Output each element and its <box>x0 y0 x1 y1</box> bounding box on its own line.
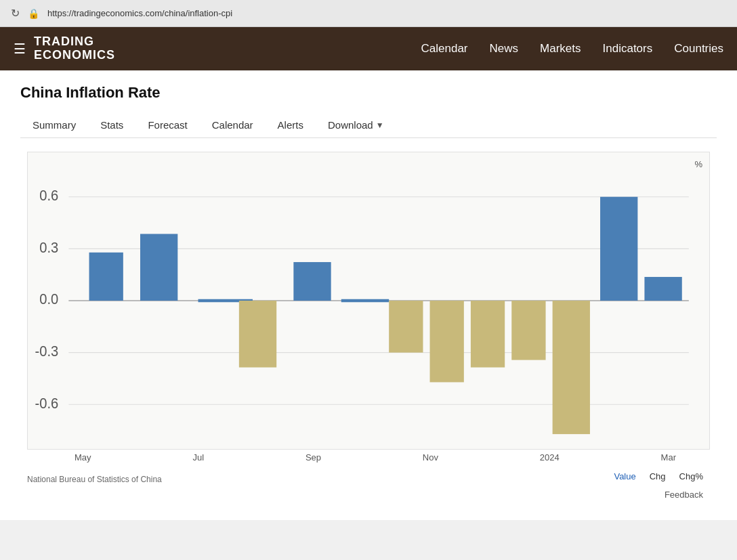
svg-rect-19 <box>471 301 505 368</box>
svg-rect-20 <box>511 301 545 360</box>
reload-icon[interactable]: ↻ <box>11 7 20 20</box>
nav-markets[interactable]: Markets <box>540 42 581 56</box>
svg-rect-22 <box>600 197 637 301</box>
tab-download[interactable]: Download ▼ <box>316 112 396 137</box>
svg-text:0.6: 0.6 <box>39 187 58 203</box>
nav-news[interactable]: News <box>490 42 519 56</box>
chart-footer: National Bureau of Statistics of China V… <box>27 468 710 484</box>
tab-alerts[interactable]: Alerts <box>266 112 316 137</box>
nav-logo: TRADING ECONOMICS <box>34 35 115 62</box>
nav-logo-trading: TRADING <box>34 35 115 49</box>
browser-bar: ↻ 🔒 https://tradingeconomics.com/china/i… <box>0 0 737 27</box>
chart-x-labels: May Jul Sep Nov 2024 Mar <box>27 450 710 462</box>
chart-container: % 0.6 0.3 0.0 -0.3 -0.6 <box>20 138 717 507</box>
nav-logo-area: ☰ TRADING ECONOMICS <box>14 35 115 62</box>
svg-rect-11 <box>89 253 123 301</box>
svg-rect-23 <box>644 277 681 301</box>
nav-calendar[interactable]: Calendar <box>421 42 468 56</box>
tab-calendar[interactable]: Calendar <box>200 112 266 137</box>
chart-y-unit: % <box>694 159 702 169</box>
x-label-may: May <box>75 452 91 462</box>
chart-source: National Bureau of Statistics of China <box>27 475 162 484</box>
svg-rect-17 <box>389 301 423 353</box>
navbar: ☰ TRADING ECONOMICS Calendar News Market… <box>0 27 737 70</box>
x-label-jul: Jul <box>192 452 204 462</box>
nav-logo-economics: ECONOMICS <box>34 49 115 62</box>
svg-rect-15 <box>293 262 331 301</box>
svg-rect-18 <box>430 301 464 382</box>
lock-icon: 🔒 <box>28 8 39 19</box>
svg-text:-0.3: -0.3 <box>35 343 59 359</box>
dropdown-arrow-icon: ▼ <box>376 121 384 130</box>
chart-value-labels: Value Chg Chg% <box>614 471 703 481</box>
page-title: China Inflation Rate <box>20 84 717 102</box>
chart-wrapper: % 0.6 0.3 0.0 -0.3 -0.6 <box>27 152 710 450</box>
nav-links: Calendar News Markets Indicators Countri… <box>421 42 723 56</box>
svg-rect-14 <box>239 301 276 368</box>
svg-rect-21 <box>553 301 590 434</box>
nav-countries[interactable]: Countries <box>674 42 723 56</box>
chart-svg: 0.6 0.3 0.0 -0.3 -0.6 <box>28 152 709 449</box>
tabs: Summary Stats Forecast Calendar Alerts D… <box>20 112 717 138</box>
x-label-mar: Mar <box>661 452 676 462</box>
x-label-2024: 2024 <box>540 452 560 462</box>
browser-url[interactable]: https://tradingeconomics.com/china/infla… <box>47 8 232 18</box>
chart-value-label[interactable]: Value <box>614 471 635 481</box>
tab-download-label: Download <box>328 119 373 131</box>
hamburger-icon[interactable]: ☰ <box>14 41 26 57</box>
nav-indicators[interactable]: Indicators <box>603 42 653 56</box>
x-label-nov: Nov <box>423 452 438 462</box>
svg-text:0.3: 0.3 <box>39 239 58 255</box>
svg-text:0.0: 0.0 <box>39 291 58 307</box>
svg-text:-0.6: -0.6 <box>35 395 59 411</box>
page-content: China Inflation Rate Summary Stats Forec… <box>0 70 737 520</box>
feedback-button[interactable]: Feedback <box>665 490 703 500</box>
chart-chgpct-label[interactable]: Chg% <box>679 471 703 481</box>
chart-chg-label[interactable]: Chg <box>650 471 666 481</box>
x-label-sep: Sep <box>306 452 321 462</box>
tab-summary[interactable]: Summary <box>20 112 88 137</box>
tab-forecast[interactable]: Forecast <box>135 112 199 137</box>
svg-rect-12 <box>140 234 177 301</box>
tab-stats[interactable]: Stats <box>88 112 135 137</box>
